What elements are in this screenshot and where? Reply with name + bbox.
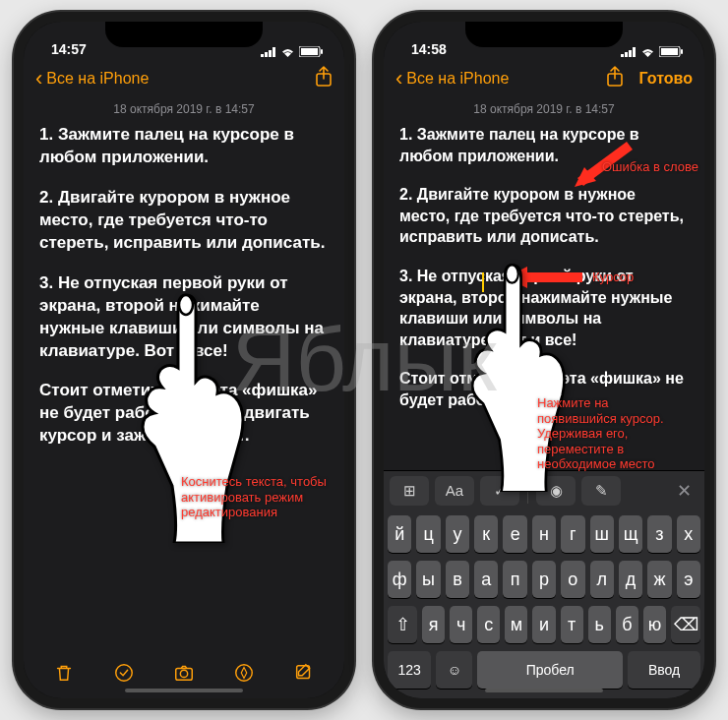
svg-rect-5	[301, 48, 318, 55]
keyboard-row: 123 ☺ Пробел Ввод	[388, 651, 700, 689]
key-ь[interactable]: ь	[588, 606, 611, 643]
done-button[interactable]: Готово	[639, 70, 693, 88]
key-ж[interactable]: ж	[647, 561, 671, 598]
key-т[interactable]: т	[561, 606, 583, 643]
svg-point-10	[180, 670, 187, 677]
pen-tip-icon[interactable]	[231, 660, 257, 686]
svg-rect-14	[621, 54, 624, 57]
key-у[interactable]: у	[446, 515, 469, 553]
home-indicator[interactable]	[485, 689, 603, 692]
annotation-cursor: Курсор	[592, 270, 634, 285]
key-г[interactable]: г	[561, 515, 584, 553]
back-button[interactable]: Все на iPhone	[46, 70, 149, 88]
key-в[interactable]: в	[446, 561, 469, 598]
text-cursor	[482, 272, 484, 292]
note-date: 18 октября 2019 г. в 14:57	[24, 98, 344, 124]
key-ц[interactable]: ц	[416, 515, 440, 553]
separator	[527, 478, 528, 504]
key-ф[interactable]: ф	[388, 561, 411, 598]
svg-rect-3	[273, 47, 275, 57]
key-о[interactable]: о	[561, 561, 584, 598]
key-shift[interactable]: ⇧	[388, 606, 417, 643]
keyboard-row: йцукенгшщзх	[388, 515, 700, 553]
svg-rect-16	[629, 50, 632, 57]
battery-icon	[659, 46, 683, 57]
key-х[interactable]: х	[677, 515, 700, 553]
close-keyboard-icon[interactable]: ✕	[669, 480, 698, 502]
note-date: 18 октября 2019 г. в 14:57	[384, 98, 704, 124]
wifi-icon	[280, 46, 295, 57]
camera-icon[interactable]	[171, 660, 197, 686]
key-э[interactable]: э	[677, 561, 700, 598]
note-body[interactable]: 1. Зажмите палец на курсоре в любом прил…	[24, 124, 344, 647]
svg-rect-0	[261, 54, 264, 57]
text-format-button[interactable]: Aa	[435, 476, 474, 506]
svg-rect-20	[681, 49, 683, 54]
trash-icon[interactable]	[51, 660, 77, 686]
key-м[interactable]: м	[505, 606, 527, 643]
annotation-right: Нажмите на появившийся курсор. Удерживая…	[537, 395, 675, 472]
battery-icon	[299, 46, 323, 57]
cellular-signal-icon	[261, 47, 276, 57]
key-с[interactable]: с	[477, 606, 500, 643]
nav-bar: ‹ Все на iPhone	[24, 59, 344, 98]
key-к[interactable]: к	[474, 515, 498, 553]
key-backspace[interactable]: ⌫	[671, 606, 700, 643]
keyboard-row: ⇧ячсмитьбю⌫	[388, 606, 700, 643]
home-indicator[interactable]	[125, 689, 243, 692]
key-е[interactable]: е	[503, 515, 526, 553]
key-и[interactable]: и	[532, 606, 555, 643]
note-paragraph: 2. Двигайте курором в нужное место, где …	[399, 184, 689, 248]
status-time: 14:58	[411, 41, 447, 57]
back-button[interactable]: Все на iPhone	[406, 70, 509, 88]
key-space[interactable]: Пробел	[477, 651, 623, 689]
phone-left: 14:57 ‹ Все на iPhone 18 октября 2019 г.…	[14, 12, 354, 708]
wifi-icon	[640, 46, 655, 57]
notch	[105, 22, 263, 47]
key-а[interactable]: а	[474, 561, 498, 598]
key-ы[interactable]: ы	[416, 561, 440, 598]
phone-right: 14:58 ‹ Все на iPhone Готово 18 октября …	[374, 12, 714, 708]
checklist-icon[interactable]: ✓	[480, 476, 519, 506]
key-п[interactable]: п	[503, 561, 526, 598]
key-н[interactable]: н	[532, 515, 556, 553]
key-з[interactable]: з	[647, 515, 671, 553]
key-л[interactable]: л	[590, 561, 614, 598]
status-time: 14:57	[51, 41, 87, 57]
share-button[interactable]	[606, 66, 624, 91]
nav-bar: ‹ Все на iPhone Готово	[384, 59, 704, 98]
share-button[interactable]	[315, 66, 333, 91]
key-щ[interactable]: щ	[619, 515, 642, 553]
key-ю[interactable]: ю	[643, 606, 666, 643]
key-ш[interactable]: ш	[590, 515, 614, 553]
svg-point-8	[116, 665, 133, 682]
markup-icon[interactable]: ✎	[581, 476, 621, 506]
cellular-signal-icon	[621, 47, 637, 57]
key-я[interactable]: я	[422, 606, 445, 643]
back-chevron-icon[interactable]: ‹	[35, 68, 42, 90]
note-paragraph: Стоит отметить, что эта «фишка» не будет…	[39, 380, 329, 448]
arrow-cursor-icon	[500, 261, 588, 294]
note-paragraph: 1. Зажмите палец на курсоре в любом прил…	[39, 124, 329, 169]
key-б[interactable]: б	[616, 606, 638, 643]
keyboard-accessory-bar: ⊞ Aa ✓ ◉ ✎ ✕	[384, 470, 704, 510]
compose-icon[interactable]	[291, 660, 317, 686]
check-circle-icon[interactable]	[111, 660, 137, 686]
svg-rect-19	[661, 48, 678, 55]
keyboard-row: фывапролджэ	[388, 561, 700, 598]
table-icon[interactable]: ⊞	[390, 476, 429, 506]
camera-icon[interactable]: ◉	[536, 476, 576, 506]
key-д[interactable]: д	[619, 561, 642, 598]
key-р[interactable]: р	[532, 561, 556, 598]
key-return[interactable]: Ввод	[628, 651, 700, 689]
key-123[interactable]: 123	[388, 651, 431, 689]
keyboard: йцукенгшщзх фывапролджэ ⇧ячсмитьбю⌫ 123 …	[384, 510, 704, 698]
svg-rect-1	[265, 52, 268, 57]
notch	[465, 22, 623, 47]
annotation-left: Коснитесь текста, чтобы активировать реж…	[181, 474, 329, 520]
key-emoji[interactable]: ☺	[436, 651, 472, 689]
key-ч[interactable]: ч	[450, 606, 472, 643]
back-chevron-icon[interactable]: ‹	[395, 68, 402, 90]
key-й[interactable]: й	[388, 515, 411, 553]
note-paragraph: 3. Не отпуская первой руки от экрана, вт…	[39, 272, 329, 363]
